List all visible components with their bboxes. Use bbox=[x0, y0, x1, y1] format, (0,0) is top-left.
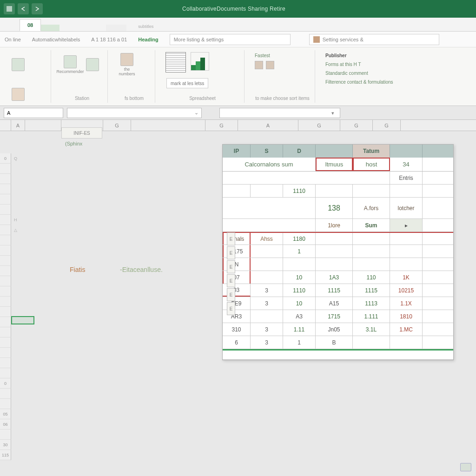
tab-active[interactable]: 08 bbox=[20, 19, 41, 31]
row-header[interactable] bbox=[0, 286, 11, 297]
col-header-F[interactable]: G bbox=[205, 120, 238, 131]
publish-link-1[interactable]: Forms at this H T bbox=[325, 62, 400, 67]
panel-col-5[interactable]: Tatum bbox=[353, 145, 390, 158]
qa-undo-icon[interactable] bbox=[18, 3, 29, 14]
row-header[interactable]: 115 bbox=[0, 450, 11, 460]
row-header[interactable]: 0 bbox=[0, 153, 11, 164]
panel-col-6[interactable] bbox=[390, 145, 423, 158]
row-header[interactable] bbox=[0, 245, 11, 256]
sheet-tab-active[interactable]: INIF-ES bbox=[61, 127, 102, 139]
col-header-H[interactable]: G bbox=[298, 120, 340, 131]
cell[interactable]: 10 bbox=[283, 297, 316, 310]
panel-col-4[interactable] bbox=[316, 145, 353, 158]
sort-asc-icon[interactable] bbox=[255, 61, 263, 69]
row-header[interactable] bbox=[0, 205, 11, 215]
paste-button[interactable] bbox=[9, 52, 27, 77]
cell[interactable] bbox=[316, 245, 353, 258]
cell[interactable]: 1113 bbox=[353, 297, 390, 310]
cell[interactable] bbox=[251, 245, 283, 258]
panel-col-2[interactable]: S bbox=[251, 145, 283, 158]
search-input-1[interactable]: More listing & settings bbox=[170, 34, 291, 45]
row-header[interactable] bbox=[0, 194, 11, 205]
clipboard-button[interactable] bbox=[9, 82, 27, 107]
cell[interactable]: 1110 bbox=[283, 284, 316, 297]
search-input-2[interactable]: Setting services & bbox=[309, 34, 439, 45]
panel-col-3[interactable]: D bbox=[283, 145, 316, 158]
cell[interactable]: 1 bbox=[283, 245, 316, 258]
panel-cell-110[interactable]: 1110 bbox=[283, 185, 316, 197]
row-header[interactable] bbox=[0, 389, 11, 399]
col-header-E[interactable] bbox=[131, 120, 205, 131]
panel-mid-c[interactable]: lotcher bbox=[390, 198, 423, 218]
row-header[interactable] bbox=[0, 276, 11, 286]
cell[interactable]: 1.111 bbox=[353, 310, 390, 323]
cell[interactable] bbox=[353, 258, 390, 271]
row-header[interactable] bbox=[0, 348, 11, 358]
row-header[interactable] bbox=[0, 174, 11, 184]
tab-5[interactable] bbox=[106, 25, 126, 31]
panel-mid-a[interactable]: 138 bbox=[316, 198, 353, 218]
cell[interactable] bbox=[390, 233, 423, 245]
row-header[interactable] bbox=[0, 225, 11, 235]
cell[interactable] bbox=[353, 336, 390, 349]
panel-mid-b[interactable]: A.fors bbox=[353, 198, 390, 218]
cell[interactable]: 110 bbox=[353, 271, 390, 284]
chart-button[interactable] bbox=[191, 52, 209, 71]
row-header[interactable] bbox=[0, 327, 11, 337]
cell[interactable]: 1 bbox=[283, 336, 316, 349]
cell[interactable] bbox=[251, 271, 283, 284]
row-header[interactable] bbox=[0, 430, 11, 440]
tab-3[interactable] bbox=[60, 25, 78, 31]
row-header[interactable] bbox=[0, 307, 11, 317]
row-header[interactable] bbox=[0, 184, 11, 194]
cell[interactable]: 3 bbox=[251, 336, 283, 349]
cell[interactable]: 3 bbox=[251, 323, 283, 336]
col-header-A[interactable]: A bbox=[11, 120, 25, 131]
row-header[interactable] bbox=[0, 256, 11, 266]
panel-sum-icon[interactable]: ▸ bbox=[390, 219, 423, 231]
col-header-B[interactable] bbox=[25, 120, 61, 131]
cell[interactable]: A15 bbox=[316, 297, 353, 310]
cell[interactable] bbox=[390, 336, 423, 349]
row-header[interactable]: 30 bbox=[0, 440, 11, 450]
row-header[interactable] bbox=[0, 266, 11, 276]
cell[interactable] bbox=[316, 258, 353, 271]
cell[interactable]: Ahss bbox=[251, 233, 283, 245]
cell[interactable]: A3 bbox=[283, 310, 316, 323]
row-header[interactable] bbox=[0, 399, 11, 409]
formula-input-2[interactable] bbox=[219, 108, 340, 118]
row-header[interactable] bbox=[0, 317, 11, 327]
row-header[interactable] bbox=[0, 368, 11, 378]
row-header[interactable] bbox=[0, 358, 11, 368]
cell[interactable]: 1115 bbox=[316, 284, 353, 297]
filter-icon[interactable] bbox=[194, 110, 198, 116]
cell[interactable]: 1.11 bbox=[283, 323, 316, 336]
cell[interactable]: 1115 bbox=[353, 284, 390, 297]
tab-2[interactable] bbox=[41, 25, 60, 31]
panel-title-2[interactable]: ltmuus bbox=[316, 158, 353, 171]
cell[interactable]: 1.1X bbox=[390, 297, 423, 310]
cell[interactable]: 10215 bbox=[390, 284, 423, 297]
cell[interactable]: 1.MC bbox=[390, 323, 423, 336]
cell[interactable] bbox=[251, 258, 283, 271]
row-header[interactable]: 06 bbox=[0, 419, 11, 430]
row-header[interactable] bbox=[0, 337, 11, 348]
cell[interactable]: 3 bbox=[251, 297, 283, 310]
cell[interactable]: B bbox=[316, 336, 353, 349]
col-header-D[interactable]: G bbox=[103, 120, 131, 131]
qa-save-icon[interactable] bbox=[4, 3, 15, 14]
row-header[interactable] bbox=[0, 297, 11, 307]
cell[interactable]: 1K bbox=[390, 271, 423, 284]
row-header[interactable] bbox=[0, 215, 11, 225]
status-bar-icon[interactable] bbox=[460, 463, 471, 471]
number-format-button[interactable]: the numbers bbox=[118, 52, 136, 77]
cell[interactable]: 1A3 bbox=[316, 271, 353, 284]
cell[interactable] bbox=[316, 233, 353, 245]
format-button-2[interactable] bbox=[84, 52, 101, 77]
formula-input-1[interactable] bbox=[67, 108, 202, 118]
row-header[interactable]: 0 bbox=[0, 378, 11, 389]
col-header-G[interactable]: A bbox=[238, 120, 298, 131]
col-header-I[interactable]: G bbox=[340, 120, 373, 131]
table-action-button[interactable]: mark at les letss bbox=[166, 78, 208, 88]
cell[interactable] bbox=[390, 258, 423, 271]
